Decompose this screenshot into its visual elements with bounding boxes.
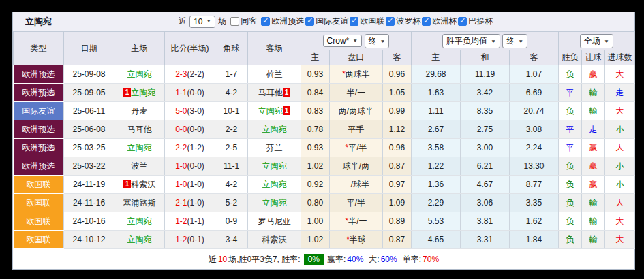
competition-filter[interactable]: 波罗杯 <box>386 16 420 27</box>
league-type-badge: 欧国联 <box>14 194 64 212</box>
league-type-badge: 欧洲预选 <box>14 84 64 102</box>
home-team: 立陶宛 <box>131 88 155 97</box>
handicap-rate-value: 40% <box>347 255 363 264</box>
odds-final-select[interactable]: 终▼ <box>365 34 390 48</box>
table-row: 欧国联 24-11-19 1科索沃 1-0(1-0) 4-2 立陶宛 0.92 … <box>14 176 635 194</box>
home-odds: 1.02 <box>301 231 330 249</box>
summary-record: 场,胜0平3负7, 胜率: <box>228 254 300 265</box>
scope-select[interactable]: 全场▼ <box>580 34 613 48</box>
league-type-badge: 国际友谊 <box>14 102 64 120</box>
halftime-score: (2-2) <box>187 69 204 79</box>
home-odds: 0.84 <box>301 84 330 102</box>
competition-checkbox[interactable] <box>350 17 358 26</box>
col-away: 客场 <box>248 32 301 65</box>
halftime-score: (0-0) <box>187 88 204 97</box>
result-goals: 大 <box>605 65 635 84</box>
competition-label: 巴提杯 <box>468 16 493 27</box>
away-team-cell: 芬兰 <box>248 139 301 157</box>
toolbar: 立陶宛 近 10▼ 场 同客 欧洲预选国际友谊欧国联波罗杯欧洲杯巴提杯 <box>13 12 634 31</box>
handicap-cell: 球半/两 <box>330 157 383 176</box>
table-body: 欧洲预选 25-09-08 立陶宛 2-3(2-2) 1-7 荷兰 0.93 *… <box>14 65 635 249</box>
score-cell: 2-2(1-2) <box>165 139 215 157</box>
away-team-cell: 立陶宛1 <box>248 102 301 120</box>
home-team: 马耳他 <box>127 125 152 134</box>
fulltime-score: 1-0 <box>175 161 187 171</box>
home-odds: 0.80 <box>301 194 330 212</box>
chevron-down-icon: ▼ <box>604 38 609 43</box>
handicap: 球半/两 <box>343 161 369 171</box>
halftime-score: (0-0) <box>187 161 204 171</box>
competition-checkbox[interactable] <box>386 17 395 26</box>
home-team-cell: 立陶宛 <box>114 65 165 84</box>
handicap-cell: *半球 <box>330 231 383 249</box>
competition-filter[interactable]: 巴提杯 <box>458 16 493 27</box>
avg-final-select[interactable]: 终▼ <box>502 34 527 48</box>
chevron-down-icon: ▼ <box>352 38 358 43</box>
table-row: 欧洲预选 25-03-25 立陶宛 2-2(1-2) 2-5 芬兰 0.93 *… <box>14 139 635 157</box>
result-handicap: 赢 <box>582 157 605 176</box>
avg-draw: 11.19 <box>461 65 510 84</box>
home-team: 立陶宛 <box>127 69 152 79</box>
away-team: 荷兰 <box>266 69 283 79</box>
red-card-badge: 1 <box>283 106 291 115</box>
match-date: 24-10-16 <box>64 212 114 231</box>
away-team-cell: 马耳他1 <box>248 84 301 102</box>
odds-source-select[interactable]: Crow*▼ <box>323 35 363 47</box>
handicap: 平/半 <box>348 143 367 152</box>
league-type-badge: 欧洲预选 <box>14 157 64 176</box>
home-team: 立陶宛 <box>127 143 152 152</box>
away-odds: 0.96 <box>383 65 412 84</box>
score-cell: 1-2(0-1) <box>165 231 215 249</box>
home-team: 立陶宛 <box>127 235 152 244</box>
avg-source-select[interactable]: 胜平负均值▼ <box>442 34 500 48</box>
home-team: 立陶宛 <box>127 216 152 226</box>
away-team: 科索沃 <box>262 235 287 244</box>
avg-home: 29.68 <box>412 65 461 84</box>
competition-filter[interactable]: 欧国联 <box>350 16 384 27</box>
competition-filter[interactable]: 欧洲杯 <box>422 16 457 27</box>
corner-score: 4-2 <box>215 84 248 102</box>
same-away-filter[interactable]: 同客 <box>230 16 257 27</box>
red-card-badge: 1 <box>283 88 291 97</box>
competition-checkbox[interactable] <box>261 17 270 26</box>
score-cell: 0-0(0-0) <box>165 120 215 139</box>
match-date: 25-06-11 <box>64 102 114 120</box>
match-date: 25-09-08 <box>64 65 114 84</box>
home-team-cell: 立陶宛 <box>114 212 165 231</box>
same-away-checkbox[interactable] <box>230 17 239 26</box>
score-cell: 2-1(1-0) <box>165 194 215 212</box>
result-handicap: 走 <box>582 120 605 139</box>
corner-score: 4-2 <box>215 176 248 194</box>
table-row: 欧洲预选 25-03-22 波兰 1-0(0-0) 11-1 立陶宛 1.02 … <box>14 157 635 176</box>
competition-filter[interactable]: 欧洲预选 <box>261 16 304 27</box>
competition-filter[interactable]: 国际友谊 <box>305 16 348 27</box>
col-avg-draw: 和 <box>461 50 510 65</box>
table-row: 欧国联 24-10-16 立陶宛 1-2(1-1) 0-9 罗马尼亚 1.00 … <box>14 212 635 231</box>
chevron-down-icon: ▼ <box>206 19 211 24</box>
result-goals: 大 <box>605 231 635 249</box>
score-cell: 1-1(0-0) <box>165 84 215 102</box>
away-odds: 0.87 <box>383 231 412 249</box>
match-date: 24-11-16 <box>64 194 114 212</box>
avg-away: 1.07 <box>510 65 559 84</box>
result-handicap: 輸 <box>582 231 605 249</box>
league-type-badge: 欧国联 <box>14 176 64 194</box>
score-cell: 1-2(1-1) <box>165 212 215 231</box>
match-date: 25-03-25 <box>64 139 114 157</box>
table-row: 国际友谊 25-06-11 丹麦 5-0(3-0) 10-1 立陶宛1 0.83… <box>14 102 635 120</box>
single-rate-value: 70% <box>423 255 439 264</box>
handicap-cell: 两/两球半 <box>330 102 383 120</box>
competition-checkbox[interactable] <box>458 17 467 26</box>
avg-home: 1.36 <box>412 176 461 194</box>
away-team: 芬兰 <box>266 143 283 152</box>
competition-checkbox[interactable] <box>305 17 314 26</box>
result-goals: 小 <box>605 120 635 139</box>
handicap-rate-label: 赢率: <box>327 254 346 265</box>
avg-away: 1.62 <box>510 212 559 231</box>
result-handicap: 輸 <box>582 194 605 212</box>
avg-away: 13.30 <box>510 157 559 176</box>
competition-checkbox[interactable] <box>422 17 431 26</box>
halftime-score: (1-1) <box>187 216 204 226</box>
match-count-select[interactable]: 10▼ <box>189 16 215 28</box>
avg-home: 2.29 <box>412 194 461 212</box>
